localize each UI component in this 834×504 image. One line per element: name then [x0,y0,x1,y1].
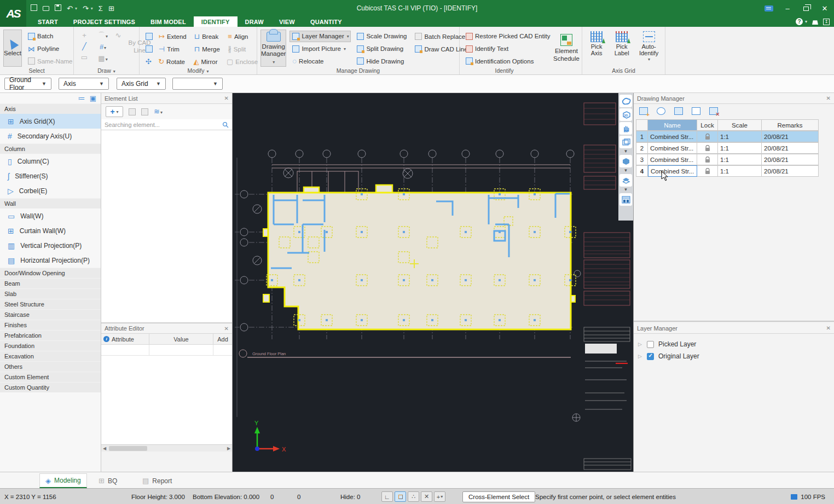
pan-icon[interactable] [619,122,632,135]
original-layer-row[interactable]: ▷ Original Layer [634,350,834,362]
sidebar-section-door-window-opening[interactable]: Door/Window Opening [0,268,101,278]
add-element-button[interactable]: +▾ [106,106,123,117]
panel-layout-icon[interactable]: ▣ [90,94,96,102]
attribute-editor-hscrollbar[interactable]: ◀ ▶ [101,444,232,451]
layers-stack-icon[interactable] [619,174,632,187]
draw-grid-icon[interactable]: #▾ [100,43,106,51]
rotate-button[interactable]: ↻Rotate [155,56,189,67]
capture-window-icon[interactable]: ⊞ [108,5,114,12]
drawing-manager-button[interactable]: Drawing Manager▾ [260,30,286,67]
delete-drawing-icon[interactable] [709,107,718,115]
sidebar-item-curtain-wall[interactable]: ⊞Curtain Wall(W) [0,223,101,238]
open-file-icon[interactable] [43,4,49,12]
solid-view-dropdown-icon[interactable]: ▼ [624,169,628,173]
draw-point-icon[interactable]: + [82,32,86,39]
delete-element-icon[interactable] [129,108,136,115]
attribute-row[interactable] [101,345,232,356]
element-select[interactable]: Axis Grid▼ [117,78,166,90]
scroll-handle[interactable] [109,446,147,451]
solid-view-icon[interactable] [619,155,632,167]
tab-bim-model[interactable]: BIM MODEL [143,16,194,27]
drawing-thumbnail-icon[interactable] [674,107,683,115]
lasso-select-icon[interactable] [619,95,632,107]
expand-icon[interactable]: ▷ [638,341,642,347]
view-mode-dropdown-icon[interactable]: ▼ [624,149,628,154]
sidebar-item-vertical-projection[interactable]: ▥Vertical Projection(P) [0,238,101,253]
element-type-select[interactable]: Axis▼ [59,78,109,90]
sidebar-item-wall[interactable]: ▭Wall(W) [0,208,101,223]
floor-select[interactable]: Ground Floor▼ [4,78,51,90]
drawing-row-2[interactable]: 2 Combined Str... 1:1 20/08/21 [636,142,832,154]
undo-icon[interactable]: ↶ [67,5,73,12]
scale-drawing-button[interactable]: Scale Drawing [354,31,409,42]
original-layer-checkbox[interactable] [647,353,654,360]
tab-quantity[interactable]: QUANTITY [303,16,350,27]
element-schedule-view-icon[interactable] [619,193,632,206]
tab-identify[interactable]: IDENTIFY [194,16,238,27]
select-button[interactable]: Select [3,30,22,67]
layer-manager-close-icon[interactable]: ✕ [826,325,831,331]
auto-identify-button[interactable]: Auto-Identify ▾ [636,30,662,67]
drawing-row-1[interactable]: 1 Combined Str... 1:1 20/08/21 [636,131,832,142]
layer-manager-button[interactable]: Layer Manager▾ [289,31,351,42]
sidebar-item-column[interactable]: ▯Column(C) [0,154,101,169]
polyline-button[interactable]: ⋈Polyline [25,43,76,55]
copy-button[interactable] [143,43,155,55]
extra-select[interactable]: ▼ [172,78,223,90]
hide-drawing-button[interactable]: Hide Drawing [354,55,409,67]
draw-hatch-icon[interactable]: ▩▾ [98,55,107,62]
sidebar-section-steel-structure[interactable]: Steel Structure [0,299,101,309]
copy-element-icon[interactable] [141,108,148,115]
sidebar-section-excavation[interactable]: Excavation [0,351,101,361]
batch-button[interactable]: Batch [25,31,76,42]
sum-icon[interactable]: Σ [99,5,103,12]
sidebar-item-corbel[interactable]: ▷Corbel(E) [0,183,101,198]
sidebar-section-beam[interactable]: Beam [0,278,101,288]
sidebar-section-staircase[interactable]: Staircase [0,309,101,320]
attribute-editor-close-icon[interactable]: ✕ [224,326,229,332]
sidebar-section-custom-element[interactable]: Custom Element [0,372,101,382]
feedback-icon[interactable] [760,0,778,16]
extend-button[interactable]: ↦Extend [156,31,190,42]
drawing-name-edit-field[interactable]: Combined Str... [648,165,697,177]
save-icon[interactable] [55,4,61,12]
draw-arc-icon[interactable]: ⌒▾ [98,32,108,39]
cross-element-select-button[interactable]: Cross-Element Select [462,489,535,504]
same-name-button[interactable]: Same-Name [25,55,76,67]
tab-draw[interactable]: DRAW [238,16,271,27]
point-entry-toggle-icon[interactable]: +▾ [434,491,445,502]
minimize-button[interactable]: – [778,0,797,16]
trim-button[interactable]: ⊣Trim [156,43,190,55]
help-icon[interactable]: ? [796,18,803,25]
tab-project-settings[interactable]: PROJECT SETTINGS [66,16,143,27]
drawing-row-3[interactable]: 3 Combined Str... 1:1 20/08/21 [636,154,832,165]
picked-layer-row[interactable]: ▷ Picked Layer [634,338,834,350]
move-button[interactable]: ✣ [143,56,154,67]
help-dropdown-icon[interactable]: ▾ [805,19,807,24]
scroll-right-icon[interactable]: ▶ [225,445,232,451]
element-schedule-button[interactable]: Element Schedule [553,30,580,67]
mirror-button[interactable]: ◭Mirror [190,56,223,67]
scroll-left-icon[interactable]: ◀ [101,445,108,451]
tree-collapse-icon[interactable]: ≔ [78,94,85,102]
expand-icon[interactable]: ▷ [638,354,642,359]
layers-dropdown-icon[interactable]: ▼ [624,188,628,192]
view-3d-icon[interactable]: 3D [619,108,632,121]
drawing-manager-close-icon[interactable]: ✕ [826,95,831,101]
draw-line-icon[interactable]: ╱ [82,43,86,50]
sidebar-item-stiffener[interactable]: ʃStiffener(S) [0,169,101,183]
box-select-toggle-icon[interactable] [395,491,406,502]
identify-text-button[interactable]: Identify Text [463,43,549,55]
redo-icon[interactable]: ↷ [83,5,89,12]
store-icon[interactable] [812,19,818,25]
tab-start[interactable]: START [30,16,66,27]
draw-rectangle-icon[interactable]: ▭ [81,54,88,61]
tab-bq[interactable]: ⊞ BQ [93,473,123,488]
sidebar-section-column[interactable]: Column [0,143,101,154]
element-layer-icon[interactable]: ≋▾ [154,108,163,115]
break-button[interactable]: ⊔Break [192,31,224,42]
sidebar-item-secondary-axis[interactable]: #Secondary Axis(U) [0,129,101,143]
element-list-close-icon[interactable]: ✕ [224,95,229,101]
sidebar-section-finishes[interactable]: Finishes [0,320,101,330]
ortho-toggle-icon[interactable]: ∟ [381,491,393,502]
